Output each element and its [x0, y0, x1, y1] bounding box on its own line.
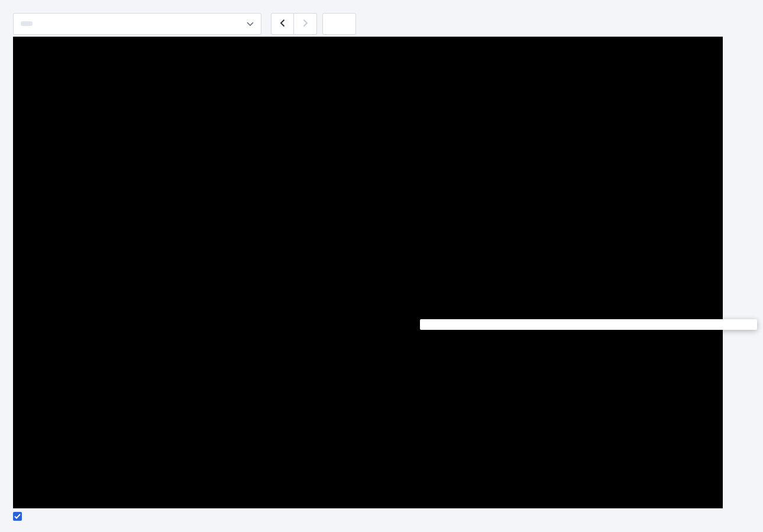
footer — [13, 512, 24, 521]
show-span-boundaries-checkbox[interactable] — [13, 512, 22, 521]
time-preset-badge — [21, 21, 33, 26]
next-time-button[interactable] — [294, 13, 317, 35]
prev-time-button[interactable] — [271, 13, 294, 35]
now-button[interactable] — [322, 13, 356, 35]
toolbar — [13, 12, 356, 35]
key-visualizer-canvas[interactable] — [13, 37, 723, 508]
check-icon — [14, 514, 21, 519]
chevron-down-icon — [247, 22, 254, 26]
chevron-right-icon — [303, 19, 308, 29]
hover-tooltip — [420, 319, 757, 330]
time-range-picker[interactable] — [13, 13, 261, 35]
chevron-left-icon — [280, 19, 285, 29]
time-nav-group — [271, 13, 317, 35]
